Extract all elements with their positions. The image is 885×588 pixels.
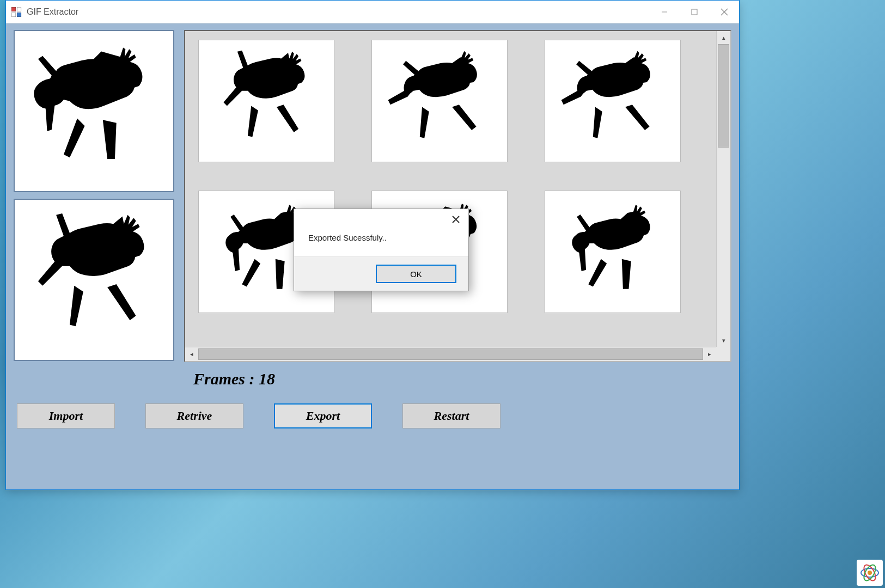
svg-rect-0 [11,7,16,11]
svg-rect-2 [11,13,16,17]
vscroll-track[interactable] [717,44,730,334]
horizontal-scrollbar[interactable]: ◂ ▸ [185,347,716,361]
export-success-dialog: Exported Sucessfuly.. OK [294,209,469,291]
hscroll-thumb[interactable] [198,348,703,360]
window-controls [649,1,739,23]
tray-logo-icon[interactable] [857,560,883,586]
svg-rect-1 [17,7,21,11]
dialog-footer: OK [294,256,468,291]
frames-count-label: Frames : 18 [14,367,731,389]
svg-point-13 [868,571,872,575]
dialog-close-button[interactable] [449,212,463,226]
scroll-up-icon[interactable]: ▴ [717,31,730,44]
titlebar[interactable]: GIF Extractor [6,1,739,23]
close-button[interactable] [709,1,739,23]
preview-column [14,30,174,362]
gallery-content [185,31,716,347]
import-button[interactable]: Import [17,403,115,428]
frame-thumb[interactable] [545,191,681,313]
main-row: ▴ ▾ ◂ ▸ [14,30,731,362]
dialog-message: Exported Sucessfuly.. [294,233,468,256]
client-area: ▴ ▾ ◂ ▸ Frames : 18 Import R [6,23,739,489]
scroll-corner [716,347,730,361]
minimize-button[interactable] [649,1,679,23]
frame-thumb[interactable] [545,40,681,162]
window-title: GIF Extractor [23,1,649,23]
scroll-left-icon[interactable]: ◂ [185,347,198,361]
vscroll-thumb[interactable] [718,44,729,148]
restart-button[interactable]: Restart [402,403,501,428]
app-icon [6,1,23,23]
dialog-ok-button[interactable]: OK [376,265,456,283]
preview-top [14,30,174,192]
preview-bottom [14,199,174,361]
frame-thumb[interactable] [371,40,508,162]
scroll-down-icon[interactable]: ▾ [717,334,730,347]
export-button[interactable]: Export [274,403,372,428]
retrive-button[interactable]: Retrive [145,403,243,428]
button-row: Import Retrive Export Restart [14,395,731,432]
vertical-scrollbar[interactable]: ▴ ▾ [716,31,730,347]
maximize-button[interactable] [679,1,709,23]
dialog-titlebar[interactable] [294,209,468,233]
svg-rect-3 [17,13,21,17]
frame-thumb[interactable] [198,40,334,162]
main-window: GIF Extractor [5,0,740,490]
svg-rect-5 [692,9,697,15]
frames-gallery[interactable]: ▴ ▾ ◂ ▸ [184,30,731,362]
scroll-right-icon[interactable]: ▸ [703,347,716,361]
hscroll-track[interactable] [198,347,703,361]
